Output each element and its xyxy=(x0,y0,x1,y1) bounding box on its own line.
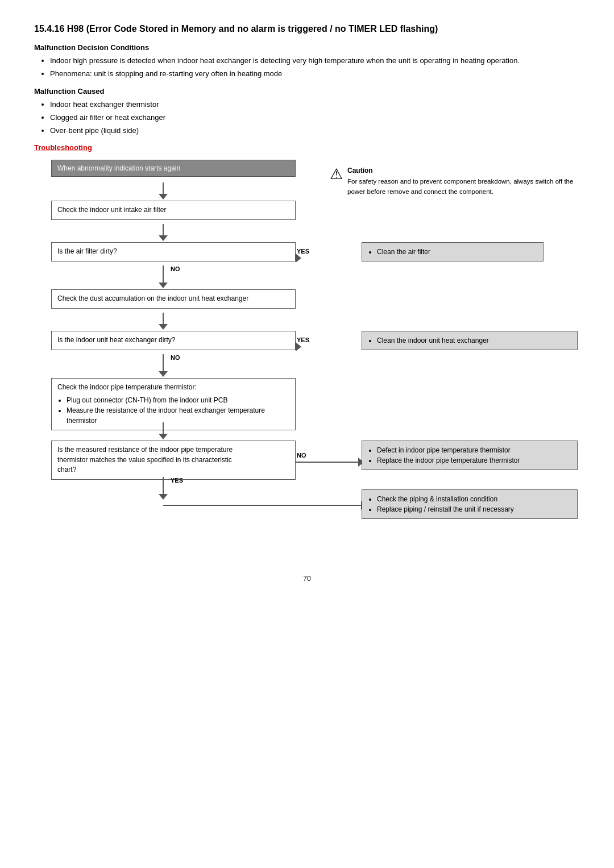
thermistor-bullet-1: Plug out connector (CN-TH) from the indo… xyxy=(67,395,289,405)
caution-box: ⚠ Caution For safety reason and to preve… xyxy=(330,165,574,197)
malfunction-caused-2: Clogged air filter or heat exchanger xyxy=(50,112,580,124)
caution-label: Caution xyxy=(347,165,574,176)
check-thermistor-box: Check the indoor pipe temperature thermi… xyxy=(51,378,296,430)
yes-arrow-head-3 xyxy=(159,494,168,500)
arrow-head-4 xyxy=(159,434,168,439)
arrow-head-2 xyxy=(159,235,168,241)
diamond-resistance-match: Is the measured resistance of the indoor… xyxy=(51,441,296,479)
caution-text-column: Caution For safety reason and to prevent… xyxy=(347,165,574,197)
resistance-line-1: Is the measured resistance of the indoor… xyxy=(57,445,289,455)
malfunction-condition-1: Indoor high pressure is detected when in… xyxy=(50,55,580,67)
no-label-1: NO xyxy=(171,265,180,272)
yes-label-3: YES xyxy=(171,477,183,484)
clean-filter-box: Clean the air filter xyxy=(362,242,544,261)
check-filter-box: Check the indoor unit intake air filter xyxy=(51,201,296,219)
page-number: 70 xyxy=(34,575,580,583)
thermistor-line-1: Check the indoor pipe temperature thermi… xyxy=(57,383,289,392)
no-arrow-head-1 xyxy=(159,283,168,288)
flowchart: ⚠ Caution For safety reason and to preve… xyxy=(34,160,580,541)
troubleshooting-heading: Troubleshooting xyxy=(34,143,580,152)
check-heat-exchanger-box: Check the dust accumulation on the indoo… xyxy=(51,289,296,308)
piping-box: Check the piping & installation conditio… xyxy=(362,489,578,519)
diamond-filter-dirty: Is the air filter dirty? xyxy=(51,242,296,261)
start-box: When abnormality indication starts again xyxy=(51,160,296,177)
arrow-line-2 xyxy=(163,224,164,235)
caution-icon: ⚠ xyxy=(330,167,343,181)
arrow-line-3 xyxy=(163,313,164,324)
h-connector-3 xyxy=(296,458,364,467)
malfunction-conditions-list: Indoor high pressure is detected when in… xyxy=(50,55,580,80)
arrow-line-4 xyxy=(163,422,164,434)
arrow-line-1 xyxy=(163,182,164,194)
caution-text: For safety reason and to prevent compone… xyxy=(347,177,574,197)
diamond-heat-exchanger-dirty: Is the indoor unit heat exchanger dirty? xyxy=(51,331,296,350)
no-arrow-line-1 xyxy=(163,265,164,283)
malfunction-caused-heading: Malfunction Caused xyxy=(34,87,580,95)
malfunction-conditions-heading: Malfunction Decision Conditions xyxy=(34,43,580,52)
piping-item-1: Check the piping & installation conditio… xyxy=(377,494,571,504)
h-connector-2 xyxy=(296,342,297,343)
h-connector-4 xyxy=(163,501,367,510)
clean-filter-item: Clean the air filter xyxy=(377,247,537,257)
yes-arrow-line-3 xyxy=(163,477,164,494)
resistance-line-3: chart? xyxy=(57,465,289,475)
piping-item-2: Replace piping / reinstall the unit if n… xyxy=(377,504,571,514)
defect-thermistor-box: Defect in indoor pipe temperature thermi… xyxy=(362,441,578,470)
defect-thermistor-item-1: Defect in indoor pipe temperature thermi… xyxy=(377,445,571,455)
defect-thermistor-item-2: Replace the indoor pipe temperature ther… xyxy=(377,455,571,466)
page-title: 15.4.16 H98 (Error Code Stored in Memory… xyxy=(34,23,580,35)
malfunction-condition-2: Phenomena: unit is stopping and re-start… xyxy=(50,68,580,80)
malfunction-caused-3: Over-bent pipe (liquid side) xyxy=(50,125,580,137)
arrow-head-3 xyxy=(159,324,168,330)
h-connector-1 xyxy=(296,254,297,255)
no-label-2: NO xyxy=(171,354,180,361)
arrow-head-1 xyxy=(159,194,168,200)
no-arrow-head-2 xyxy=(159,371,168,377)
clean-heat-exchanger-item: Clean the indoor unit heat exchanger xyxy=(377,335,571,346)
no-arrow-line-2 xyxy=(163,354,164,371)
malfunction-caused-1: Indoor heat exchanger thermistor xyxy=(50,99,580,111)
thermistor-bullet-2: Measure the resistance of the indoor hea… xyxy=(67,405,289,426)
clean-heat-exchanger-box: Clean the indoor unit heat exchanger xyxy=(362,331,578,350)
malfunction-caused-list: Indoor heat exchanger thermistor Clogged… xyxy=(50,99,580,136)
resistance-line-2: thermistor matches the value specified i… xyxy=(57,455,289,465)
